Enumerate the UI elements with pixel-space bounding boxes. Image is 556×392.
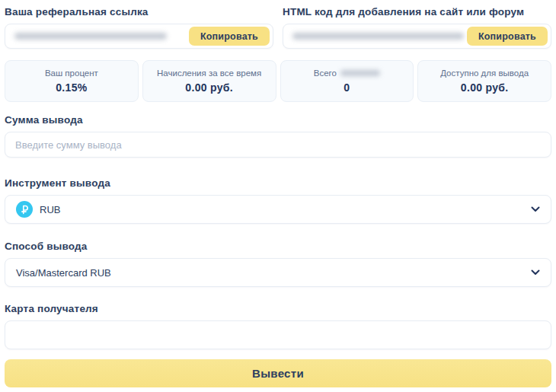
stat-label: Ваш процент xyxy=(45,69,98,78)
stat-value: 0.15% xyxy=(56,81,87,94)
referral-withdrawal-panel: Ваша реферальная ссылка Копировать HTML … xyxy=(0,0,556,392)
stat-card-total: Всего 0 xyxy=(280,60,414,102)
recipient-card-label: Карта получателя xyxy=(5,303,551,314)
ruble-circle-icon xyxy=(16,201,33,218)
referral-link-label: Ваша реферальная ссылка xyxy=(5,6,273,18)
stat-label-text: Доступно для вывода xyxy=(440,69,529,78)
recipient-card-section: Карта получателя xyxy=(5,303,551,349)
referral-link-section: Ваша реферальная ссылка Копировать xyxy=(5,6,273,49)
instrument-select[interactable]: RUB xyxy=(5,195,551,224)
redacted-code-text xyxy=(292,33,464,40)
copy-referral-link-button[interactable]: Копировать xyxy=(189,27,270,46)
stat-value: 0.00 руб. xyxy=(461,81,509,94)
recipient-card-input[interactable] xyxy=(5,320,551,349)
redacted-stat-text xyxy=(340,70,380,76)
stat-card-percent: Ваш процент 0.15% xyxy=(5,60,139,102)
withdraw-amount-section: Сумма вывода xyxy=(5,114,551,158)
stat-label-text: Всего xyxy=(314,69,337,78)
withdraw-method-label: Способ вывода xyxy=(5,241,551,252)
stat-card-available: Доступно для вывода 0.00 руб. xyxy=(417,60,551,102)
withdraw-button[interactable]: Вывести xyxy=(5,359,551,387)
chevron-down-icon xyxy=(531,269,540,276)
copy-html-code-button[interactable]: Копировать xyxy=(467,27,548,46)
stat-label-text: Начисления за все время xyxy=(157,69,261,78)
stats-row: Ваш процент 0.15% Начисления за все врем… xyxy=(5,60,551,102)
withdraw-method-section: Способ вывода Visa/Mastercard RUB xyxy=(5,241,551,287)
withdraw-amount-label: Сумма вывода xyxy=(5,114,551,126)
html-code-input[interactable]: Копировать xyxy=(283,24,551,49)
stat-label-text: Ваш процент xyxy=(45,69,98,78)
chevron-down-icon xyxy=(531,206,540,212)
instrument-selected-value: RUB xyxy=(40,204,531,215)
stat-label: Начисления за все время xyxy=(157,69,261,78)
withdraw-amount-input[interactable] xyxy=(5,132,551,158)
withdraw-instrument-label: Инструмент вывода xyxy=(5,177,551,189)
html-code-label: HTML код для добавления на сайт или фору… xyxy=(283,6,551,18)
html-code-section: HTML код для добавления на сайт или фору… xyxy=(283,6,551,49)
stat-card-accruals: Начисления за все время 0.00 руб. xyxy=(142,60,276,102)
referral-link-value xyxy=(14,33,189,40)
stat-value: 0 xyxy=(344,81,350,94)
stat-value: 0.00 руб. xyxy=(185,81,233,94)
stat-label: Доступно для вывода xyxy=(440,69,529,78)
method-selected-value: Visa/Mastercard RUB xyxy=(16,267,531,279)
referral-link-input[interactable]: Копировать xyxy=(5,24,273,49)
html-code-value xyxy=(292,33,467,40)
method-select[interactable]: Visa/Mastercard RUB xyxy=(5,258,551,287)
stat-label: Всего xyxy=(314,69,380,78)
redacted-link-text xyxy=(14,33,167,40)
withdraw-instrument-section: Инструмент вывода RUB xyxy=(5,177,551,224)
top-links-row: Ваша реферальная ссылка Копировать HTML … xyxy=(5,6,551,49)
